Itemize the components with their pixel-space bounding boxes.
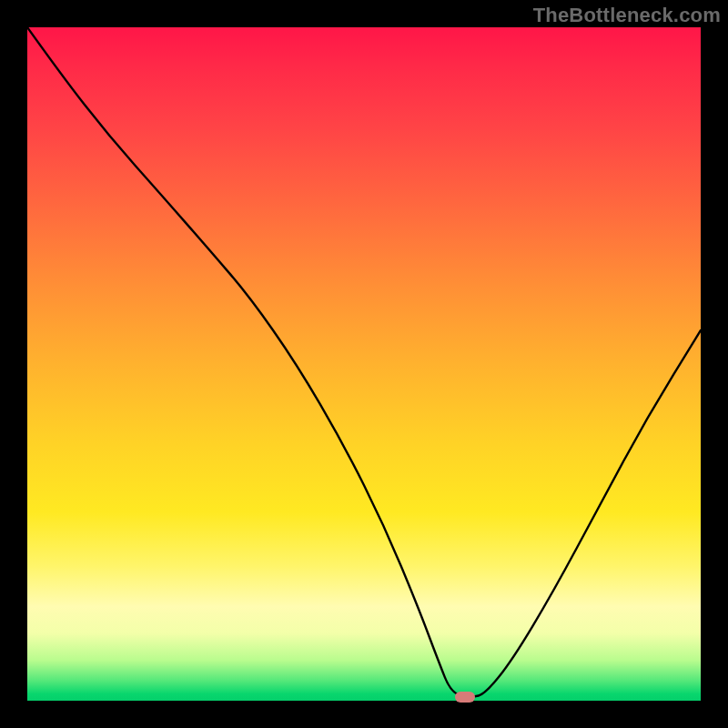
curve-svg [27,27,701,701]
plot-area [27,27,701,701]
bottleneck-curve [27,27,701,696]
optimal-marker [455,692,475,703]
watermark-text: TheBottleneck.com [533,4,721,27]
chart-frame: TheBottleneck.com [0,0,728,728]
